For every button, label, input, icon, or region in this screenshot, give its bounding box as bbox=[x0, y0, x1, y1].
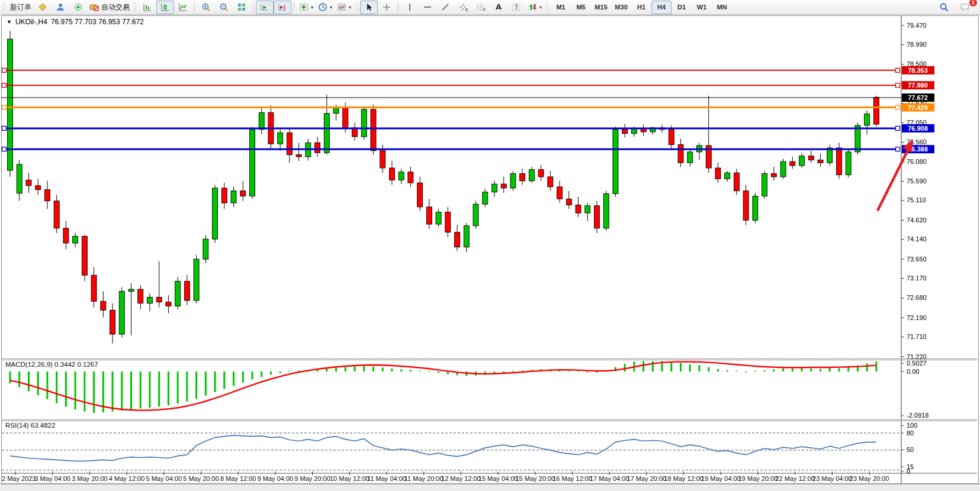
new-order-button[interactable]: 新订单 bbox=[8, 1, 34, 14]
cursor-icon bbox=[364, 2, 374, 12]
svg-text:-2.0918: -2.0918 bbox=[907, 412, 928, 419]
svg-text:50: 50 bbox=[907, 446, 914, 453]
auto-scroll-button[interactable] bbox=[256, 1, 274, 14]
svg-text:73.650: 73.650 bbox=[907, 256, 927, 263]
rsi-indicator-label: RSI(14) 63.4822 bbox=[5, 422, 55, 429]
toolbar-grip[interactable] bbox=[3, 2, 6, 12]
toolbar-grip[interactable] bbox=[134, 2, 137, 12]
chart-shift-button[interactable] bbox=[274, 1, 291, 14]
channel-button[interactable]: E bbox=[454, 1, 472, 14]
toolbar-grip[interactable] bbox=[546, 2, 549, 12]
new-order-label: 新订单 bbox=[10, 2, 31, 12]
candles-layer bbox=[8, 31, 879, 344]
svg-text:19 May 20:00: 19 May 20:00 bbox=[738, 475, 778, 482]
svg-text:23 May 20:00: 23 May 20:00 bbox=[850, 475, 889, 482]
indicators-icon bbox=[299, 2, 309, 12]
svg-text:79.470: 79.470 bbox=[907, 22, 927, 29]
chart-title[interactable]: ▼ UKOil-,H4 76.975 77.703 76.953 77.672 bbox=[7, 18, 144, 26]
chart-shift-icon bbox=[278, 2, 287, 12]
trendline-icon bbox=[441, 2, 450, 12]
svg-text:11 May 04:00: 11 May 04:00 bbox=[367, 475, 406, 482]
svg-text:E: E bbox=[465, 8, 468, 12]
chart-dropdown-icon[interactable]: ▼ bbox=[7, 19, 12, 25]
svg-text:75.590: 75.590 bbox=[907, 177, 927, 185]
timeframe-button-W1[interactable]: W1 bbox=[692, 1, 712, 14]
crosshair-button[interactable] bbox=[378, 1, 396, 14]
signal-button[interactable] bbox=[69, 1, 87, 14]
chart-frame bbox=[2, 16, 979, 484]
chart-line-button[interactable] bbox=[174, 1, 192, 14]
auto-trading-label: 自动交易 bbox=[101, 2, 130, 12]
svg-text:3 May 20:00: 3 May 20:00 bbox=[72, 475, 108, 482]
timeframe-button-H4[interactable]: H4 bbox=[651, 1, 671, 14]
auto-trading-button[interactable]: 自动交易 bbox=[87, 1, 132, 14]
tile-windows-button[interactable] bbox=[233, 1, 250, 14]
timeframe-button-M1[interactable]: M1 bbox=[551, 1, 571, 14]
chart-symbol-period: UKOil-,H4 bbox=[15, 18, 47, 26]
zoom-out-button[interactable] bbox=[215, 1, 233, 14]
svg-text:77.429: 77.429 bbox=[908, 104, 928, 111]
chart-canvas[interactable]: 79.47078.99078.50078.01077.53077.05076.5… bbox=[0, 0, 980, 491]
chart-bars-icon bbox=[143, 2, 152, 12]
chart-candles-button[interactable] bbox=[156, 1, 174, 14]
svg-text:75.110: 75.110 bbox=[907, 196, 926, 203]
gold-icon-button[interactable] bbox=[34, 1, 52, 14]
toolbar-grip[interactable] bbox=[355, 2, 358, 12]
periods-icon bbox=[318, 2, 327, 12]
chat-button[interactable]: 1 bbox=[956, 1, 974, 14]
fibonacci-button[interactable]: F bbox=[472, 1, 490, 14]
timeframe-button-D1[interactable]: D1 bbox=[671, 1, 692, 14]
chevron-down-icon: ▾ bbox=[349, 5, 351, 10]
timeframe-button-MN[interactable]: MN bbox=[712, 1, 732, 14]
chevron-down-icon: ▾ bbox=[539, 5, 542, 10]
crosshair-icon bbox=[382, 2, 391, 12]
svg-text:80: 80 bbox=[907, 429, 914, 437]
chart-bars-button[interactable] bbox=[139, 1, 156, 14]
svg-text:17 May 04:00: 17 May 04:00 bbox=[590, 475, 629, 482]
chevron-down-icon: ▾ bbox=[330, 5, 332, 10]
timeframe-button-M5[interactable]: M5 bbox=[571, 1, 591, 14]
macd-indicator-label: MACD(12,26,9) 0.3442 0.1267 bbox=[5, 361, 98, 368]
svg-text:0.5027: 0.5027 bbox=[907, 360, 927, 367]
cursor-button[interactable] bbox=[360, 1, 378, 14]
profile-button[interactable] bbox=[52, 1, 69, 14]
text-icon: A bbox=[496, 3, 502, 11]
search-button[interactable] bbox=[935, 1, 953, 14]
timeframe-button-M15[interactable]: M15 bbox=[591, 1, 611, 14]
macd-pane: 0.50270.00-2.0918 bbox=[10, 360, 928, 419]
chart-line-icon bbox=[178, 2, 188, 12]
trendline-button[interactable] bbox=[436, 1, 454, 14]
svg-text:76.080: 76.080 bbox=[907, 158, 927, 165]
search-icon bbox=[939, 2, 949, 12]
svg-text:77.672: 77.672 bbox=[908, 94, 928, 101]
templates-button[interactable]: ▾ bbox=[335, 1, 354, 14]
main-toolbar: 新订单 自动交易 ▾ ▾ ▾ E F A T ▾ M bbox=[0, 0, 980, 15]
chevron-down-icon: ▾ bbox=[311, 5, 313, 10]
svg-text:9 May 04:00: 9 May 04:00 bbox=[258, 475, 294, 482]
periods-button[interactable]: ▾ bbox=[316, 1, 335, 14]
profile-chart-icon bbox=[56, 2, 65, 12]
timeframe-button-M30[interactable]: M30 bbox=[611, 1, 631, 14]
label-button[interactable]: T bbox=[507, 1, 525, 14]
shapes-button[interactable]: ▾ bbox=[525, 1, 544, 14]
vertical-line-icon bbox=[405, 2, 415, 12]
timeframe-button-H1[interactable]: H1 bbox=[631, 1, 651, 14]
svg-text:72.680: 72.680 bbox=[907, 294, 927, 301]
svg-text:12 May 12:00: 12 May 12:00 bbox=[441, 475, 481, 482]
fibonacci-icon: F bbox=[476, 2, 486, 12]
zoom-in-button[interactable] bbox=[197, 1, 215, 14]
shapes-icon bbox=[528, 2, 537, 12]
notification-badge: 1 bbox=[969, 0, 978, 7]
svg-text:F: F bbox=[483, 8, 486, 12]
horizontal-line-button[interactable] bbox=[419, 1, 436, 14]
svg-text:16 May 12:00: 16 May 12:00 bbox=[552, 475, 592, 482]
svg-text:78.353: 78.353 bbox=[908, 67, 928, 74]
zoom-in-icon bbox=[201, 2, 211, 12]
vertical-line-button[interactable] bbox=[401, 1, 419, 14]
svg-text:72.190: 72.190 bbox=[907, 314, 927, 321]
price-levels-layer[interactable]: 78.35377.98077.67277.42976.90876.388 bbox=[1, 66, 934, 153]
text-button[interactable]: A bbox=[490, 1, 507, 14]
indicators-button[interactable]: ▾ bbox=[297, 1, 316, 14]
channel-icon: E bbox=[458, 2, 468, 12]
svg-text:10 May 12:00: 10 May 12:00 bbox=[330, 475, 369, 482]
